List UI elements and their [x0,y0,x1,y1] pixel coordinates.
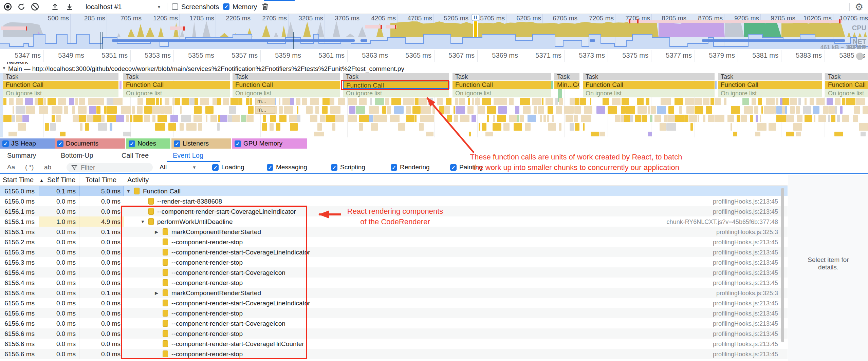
function-call-bar[interactable]: Function Call [123,81,230,89]
table-row[interactable]: 6156.3 ms0.0 ms0.0 ms--component-render-… [0,257,788,267]
table-row[interactable]: 6156.2 ms0.0 ms0.0 ms--component-render-… [0,237,788,247]
task-bar[interactable]: Task [554,73,580,80]
collect-garbage-icon[interactable] [261,2,270,11]
table-row[interactable]: 6156.4 ms0.0 ms0.0 ms--component-render-… [0,278,788,288]
function-call-bar[interactable]: Function Call [452,81,551,89]
table-row[interactable]: 6156.6 ms0.0 ms0.0 ms--component-render-… [0,308,788,318]
on-ignore-list-bar[interactable]: On ignore list [825,89,868,97]
tab-bottom-up[interactable]: Bottom-Up [61,152,93,159]
table-row[interactable]: 6156.3 ms0.0 ms0.0 ms--component-render-… [0,247,788,257]
task-bar[interactable]: Task [3,73,119,80]
table-scrollbar[interactable] [781,188,784,342]
on-ignore-list-bar[interactable]: On ignore list [123,89,230,97]
function-call-bar[interactable]: Function Call [825,81,868,89]
task-bar[interactable]: Task [718,73,822,80]
col-start-time[interactable]: Start Time [3,176,34,184]
tab-call-tree[interactable]: Call Tree [122,152,149,159]
function-call-bar[interactable]: Function Call [718,81,822,89]
on-ignore-list-bar[interactable]: On ignore list [3,89,119,97]
regex-button[interactable]: (.*) [25,164,34,171]
scroll-knob[interactable] [856,53,864,60]
save-profile-icon[interactable] [65,2,74,11]
table-row[interactable]: 6156.1 ms0.0 ms0.1 ms▶markComponentRende… [0,227,788,237]
col-activity[interactable]: Activity [127,176,149,184]
col-total-time[interactable]: Total Time [86,176,116,184]
filter-checkbox-painting[interactable]: ✓ [450,164,457,171]
col-self-time[interactable]: Self Time [47,176,75,184]
source-link[interactable]: chunk-RY6NLCXT.js?v=45b65f6b:377:48 [654,218,778,226]
source-link[interactable]: profilingHooks.js:213:45 [654,269,778,277]
on-ignore-list-bar[interactable]: On ignore list [232,89,340,97]
chevron-down-icon[interactable]: ▼ [157,4,161,10]
filter-checkbox-rendering[interactable]: ✓ [391,164,397,171]
tab-event-log[interactable]: Event Log [173,152,203,159]
task-bar[interactable]: Task [583,73,715,80]
source-link[interactable]: profilingHooks.js:325:3 [654,290,778,297]
screenshots-checkbox[interactable] [172,3,178,10]
source-link[interactable]: profilingHooks.js:213:45 [654,259,778,266]
on-ignore-list-bar[interactable]: On ignore list [343,89,449,97]
source-link[interactable]: profilingHooks.js:213:45 [654,198,778,205]
filter-input[interactable]: Filter [67,163,153,172]
filter-checkbox-loading[interactable]: ✓ [212,164,219,171]
function-call-bar[interactable]: Function Call [232,81,340,89]
on-ignore-list-bar[interactable]: On ignore list [718,89,822,97]
table-row[interactable]: 6156.4 ms0.0 ms0.1 ms▶markComponentRende… [0,288,788,298]
source-link[interactable]: profilingHooks.js:213:45 [654,310,778,317]
task-bar[interactable]: Task [232,73,340,80]
gear-icon[interactable]: ⚙ [855,1,863,13]
source-link[interactable]: profilingHooks.js:325:3 [654,229,778,236]
tab-summary[interactable]: Summary [7,152,36,159]
history-dropdown[interactable]: localhost #1 [86,3,122,11]
main-thread-track-header[interactable]: ▼ Main — http://localhost:3000/github/co… [0,64,868,73]
source-link[interactable]: profilingHooks.js:213:45 [654,341,778,348]
legend-checkbox[interactable]: ✓ [2,140,9,147]
table-row[interactable]: 6156.6 ms0.0 ms0.0 ms--component-render-… [0,349,788,359]
source-link[interactable]: profilingHooks.js:213:45 [654,300,778,307]
timeline-overview[interactable]: 500 ms205 ms705 ms1205 ms1705 ms2205 ms2… [0,14,868,49]
collapse-triangle-icon[interactable]: ▼ [2,66,6,71]
network-track[interactable]: Network [0,62,868,64]
match-case-button[interactable]: Aa [7,164,15,171]
level-filter-dropdown[interactable]: All [160,164,167,171]
table-row[interactable]: 6156.5 ms0.0 ms0.0 ms--component-render-… [0,298,788,308]
function-call-bar[interactable]: Function Call [3,81,119,89]
table-row[interactable]: 6156.4 ms0.0 ms0.0 ms--component-render-… [0,267,788,278]
memory-checkbox[interactable]: ✓ [223,3,229,10]
source-link[interactable]: profilingHooks.js:213:45 [654,351,778,358]
source-link[interactable]: profilingHooks.js:213:45 [654,320,778,327]
legend-checkbox[interactable]: ✓ [129,140,135,147]
legend-checkbox[interactable]: ✓ [57,140,63,147]
filter-checkbox-scripting[interactable]: ✓ [331,164,337,171]
source-link[interactable]: profilingHooks.js:213:45 [654,249,778,256]
expander-open-icon[interactable]: ▼ [126,189,131,194]
table-row[interactable]: 6156.0 ms0.0 ms0.0 ms--render-start-8388… [0,196,788,206]
legend-checkbox[interactable]: ✓ [174,140,180,147]
reload-icon[interactable] [17,2,26,11]
chevron-down-icon[interactable]: ▼ [192,165,197,170]
task-bar[interactable]: Task [825,73,868,80]
function-call-bar[interactable]: Min...GC [554,81,580,89]
source-link[interactable]: profilingHooks.js:213:45 [654,208,778,215]
source-link[interactable]: profilingHooks.js:213:45 [654,330,778,338]
whole-word-button[interactable]: ab [44,164,51,171]
clear-icon[interactable] [31,2,39,11]
task-bar[interactable]: Task [123,73,230,80]
legend-checkbox[interactable]: ✓ [235,140,241,147]
source-link[interactable]: profilingHooks.js:213:45 [654,239,778,246]
load-profile-icon[interactable] [51,2,59,11]
task-bar[interactable]: Task [343,73,449,80]
on-ignore-list-bar[interactable]: On ignore list [583,89,715,97]
table-row[interactable]: 6156.6 ms0.0 ms0.0 ms--component-render-… [0,328,788,339]
source-link[interactable]: profilingHooks.js:213:45 [654,280,778,287]
table-row[interactable]: 6156.6 ms0.0 ms0.0 ms--component-render-… [0,339,788,349]
function-call-bar[interactable]: Function Call [583,81,715,89]
record-icon[interactable] [3,2,12,11]
filter-checkbox-messaging[interactable]: ✓ [267,164,273,171]
table-header[interactable]: Start Time ▲Self TimeTotal TimeActivity [0,174,788,186]
task-bar[interactable]: Task [452,73,551,80]
long-task-tick [629,19,630,23]
table-row[interactable]: 6156.0 ms0.1 ms5.0 ms▼Function Call [0,186,788,196]
table-row[interactable]: 6156.6 ms0.0 ms0.0 ms--component-render-… [0,318,788,328]
on-ignore-list-bar[interactable]: On ignore list [452,89,551,97]
